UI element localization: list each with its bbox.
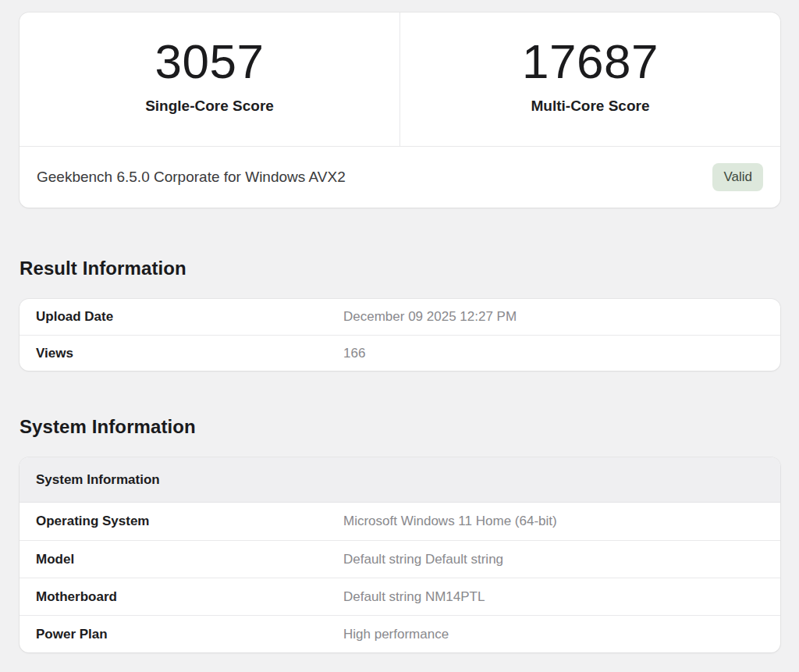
system-information-table: System Information Operating System Micr… xyxy=(20,457,780,652)
score-grid: 3057 Single-Core Score 17687 Multi-Core … xyxy=(20,12,780,146)
single-core-score-label: Single-Core Score xyxy=(20,98,400,115)
row-value: Default string Default string xyxy=(343,552,764,567)
row-label: Model xyxy=(36,552,343,567)
system-information-table-header: System Information xyxy=(20,457,780,503)
multi-core-score-value: 17687 xyxy=(400,36,780,87)
row-value: Microsoft Windows 11 Home (64-bit) xyxy=(343,514,764,529)
row-label: Motherboard xyxy=(36,589,343,605)
row-label: Operating System xyxy=(36,514,343,529)
table-row: Views 166 xyxy=(20,335,780,371)
table-row: Model Default string Default string xyxy=(20,540,780,578)
single-core-score-cell: 3057 Single-Core Score xyxy=(20,12,400,146)
row-value: High performance xyxy=(343,627,764,642)
page-content: 3057 Single-Core Score 17687 Multi-Core … xyxy=(20,0,780,652)
system-information-heading: System Information xyxy=(20,416,780,438)
system-information-table-body: Operating System Microsoft Windows 11 Ho… xyxy=(20,503,780,652)
table-row: Motherboard Default string NM14PTL xyxy=(20,578,780,615)
row-value: December 09 2025 12:27 PM xyxy=(343,309,764,325)
table-row: Power Plan High performance xyxy=(20,615,780,652)
multi-core-score-cell: 17687 Multi-Core Score xyxy=(400,12,780,146)
result-information-heading: Result Information xyxy=(20,258,780,279)
benchmark-version-text: Geekbench 6.5.0 Corporate for Windows AV… xyxy=(37,169,346,186)
row-label: Upload Date xyxy=(36,309,343,325)
single-core-score-value: 3057 xyxy=(20,36,400,87)
row-value: 166 xyxy=(343,346,764,361)
row-value: Default string NM14PTL xyxy=(343,589,764,605)
multi-core-score-label: Multi-Core Score xyxy=(400,98,780,115)
result-information-table: Upload Date December 09 2025 12:27 PM Vi… xyxy=(20,299,780,371)
benchmark-caption-row: Geekbench 6.5.0 Corporate for Windows AV… xyxy=(20,146,780,208)
table-row: Upload Date December 09 2025 12:27 PM xyxy=(20,299,780,335)
valid-badge: Valid xyxy=(712,163,763,191)
row-label: Views xyxy=(36,346,343,361)
row-label: Power Plan xyxy=(36,627,343,642)
score-summary-card: 3057 Single-Core Score 17687 Multi-Core … xyxy=(20,12,780,208)
table-row: Operating System Microsoft Windows 11 Ho… xyxy=(20,503,780,540)
